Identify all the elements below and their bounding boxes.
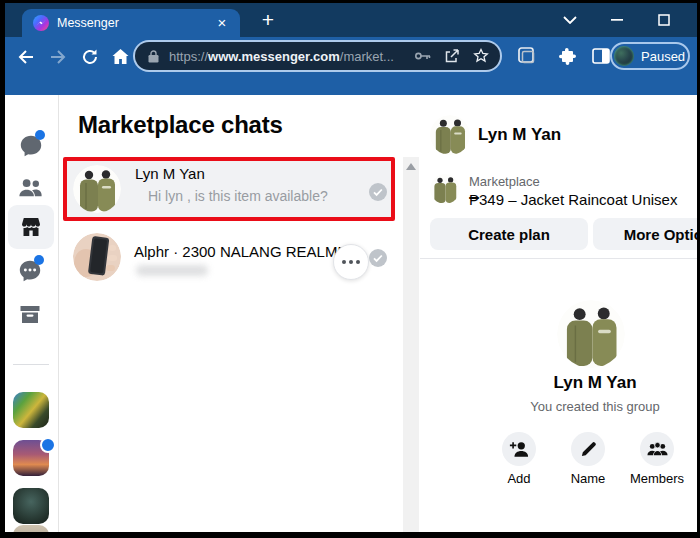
sidebar-item-chats[interactable] (18, 133, 44, 159)
listing-title: ₱349 – Jacket Raincoat Unisex (469, 191, 677, 208)
add-label: Add (479, 471, 559, 486)
group-avatar[interactable] (557, 300, 625, 368)
conversation-title: Lyn M Yan (478, 125, 561, 145)
message-requests-badge (34, 255, 44, 265)
address-bar[interactable]: https://www.messenger.com/market... (135, 42, 500, 70)
sidebar-item-message-requests[interactable] (17, 258, 43, 284)
marketplace-item-thumb[interactable] (430, 174, 460, 204)
reload-icon[interactable] (80, 47, 100, 67)
chats-badge (35, 130, 45, 140)
community-avatar-1[interactable] (13, 392, 49, 428)
key-icon[interactable] (413, 46, 433, 66)
browser-toolbar: https://www.messenger.com/market... Paus… (5, 37, 697, 95)
edit-name-button[interactable] (571, 432, 605, 466)
tab-messenger[interactable]: Messenger × (22, 9, 240, 37)
members-label: Members (617, 471, 697, 486)
share-icon[interactable] (442, 46, 462, 66)
chat-name[interactable]: Alphr · 2300 NALANG REALME (134, 243, 347, 260)
sidebar-item-archive[interactable] (18, 302, 42, 326)
chat-list-scrollbar[interactable] (403, 157, 419, 532)
side-panel-icon[interactable] (590, 45, 612, 67)
left-rail (5, 95, 59, 532)
chat-avatar-raincoat (73, 165, 121, 213)
community-2-badge (40, 437, 56, 453)
maximize-button[interactable] (649, 3, 679, 37)
tab-title: Messenger (57, 16, 214, 30)
minimize-button[interactable] (602, 3, 632, 37)
scrollbar-up-icon[interactable] (406, 163, 416, 170)
browser-profile-button[interactable]: Paused (610, 42, 690, 70)
community-avatar-3[interactable] (13, 488, 49, 524)
browser-window: Messenger × + https:/ (5, 3, 697, 532)
add-people-button[interactable] (502, 432, 536, 466)
rail-divider (13, 364, 49, 365)
sidebar-item-marketplace[interactable] (8, 205, 54, 249)
blurred-preview (136, 265, 208, 276)
profile-avatar (614, 46, 634, 66)
tab-close-icon[interactable]: × (214, 15, 230, 31)
group-subtitle: You created this group (490, 399, 697, 414)
new-tab-button[interactable]: + (255, 7, 281, 33)
chat-more-dots-button[interactable] (333, 244, 369, 280)
screenshot-extension-icon[interactable] (516, 45, 538, 67)
chat-name: Lyn M Yan (135, 165, 205, 182)
forward-icon[interactable] (48, 47, 68, 67)
panel-divider (420, 258, 697, 259)
tab-strip: Messenger × + (5, 3, 697, 37)
back-icon[interactable] (16, 47, 36, 67)
url-text: https://www.messenger.com/market... (169, 49, 413, 64)
create-plan-button[interactable]: Create plan (430, 218, 588, 250)
extensions-puzzle-icon[interactable] (556, 45, 578, 67)
name-label: Name (548, 471, 628, 486)
tab-search-chevron-icon[interactable] (555, 3, 585, 37)
page-title: Marketplace chats (78, 111, 283, 139)
group-name: Lyn M Yan (490, 373, 697, 393)
sent-check-icon (369, 183, 387, 201)
marketplace-context-label: Marketplace (469, 174, 540, 189)
more-options-button[interactable]: More Options (593, 218, 697, 250)
messenger-favicon-icon (33, 15, 49, 31)
home-icon[interactable] (110, 47, 130, 67)
lock-icon (148, 50, 159, 63)
chat-avatar-phone[interactable] (73, 233, 121, 281)
conversation-avatar (430, 115, 470, 155)
bookmark-star-icon[interactable] (471, 46, 491, 66)
messenger-app: Marketplace chats Lyn M Yan Hi lyn , is … (5, 95, 697, 532)
sidebar-item-people[interactable] (17, 175, 44, 201)
sent-check-icon (369, 249, 387, 267)
community-avatar-4[interactable] (13, 525, 49, 532)
sync-paused-label: Paused (641, 49, 685, 64)
members-button[interactable] (640, 432, 674, 466)
chat-preview: Hi lyn , is this item available? (148, 188, 328, 204)
